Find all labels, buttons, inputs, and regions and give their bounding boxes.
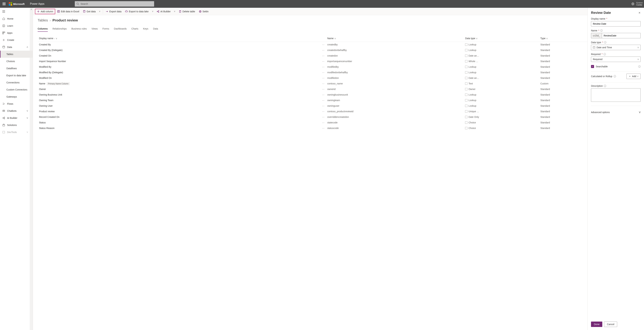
add-column-button[interactable]: Add column xyxy=(35,9,55,14)
display-name-input[interactable] xyxy=(591,21,640,26)
row-more-button[interactable]: ··· xyxy=(288,58,326,64)
description-input[interactable] xyxy=(591,88,640,102)
row-more-button[interactable]: ··· xyxy=(288,114,326,120)
row-more-button[interactable]: ··· xyxy=(288,64,326,70)
table-row[interactable]: Owning Team···owningteamLookupStandard› xyxy=(38,98,639,103)
row-more-button[interactable]: ··· xyxy=(288,75,326,81)
cancel-button[interactable]: Cancel xyxy=(604,322,617,327)
tab-dashboards[interactable]: Dashboards xyxy=(114,26,127,32)
row-more-button[interactable]: ··· xyxy=(288,70,326,75)
row-more-button[interactable]: ··· xyxy=(288,92,326,98)
table-row[interactable]: Modified On···modifiedonDate an…Standard… xyxy=(38,75,639,81)
nav-dataflows[interactable]: Dataflows xyxy=(0,65,33,72)
environment-picker[interactable]: Environ Conto xyxy=(636,2,643,6)
column-properties-pane: Review Date ✕ Display name* Name*i cr25d… xyxy=(588,8,644,330)
done-button[interactable]: Done xyxy=(591,322,602,327)
row-more-button[interactable]: ··· xyxy=(288,48,326,53)
nav-tables[interactable]: Tables xyxy=(0,51,33,58)
ai-builder-button[interactable]: AI Builder xyxy=(155,9,172,14)
name-input[interactable] xyxy=(602,33,640,38)
app-launcher-icon[interactable] xyxy=(1,1,7,6)
table-row[interactable]: Owning User···owninguserLookupStandard› xyxy=(38,103,639,109)
tab-forms[interactable]: Forms xyxy=(102,26,109,32)
breadcrumb-root[interactable]: Tables xyxy=(38,18,48,22)
tab-data[interactable]: Data xyxy=(153,26,158,32)
data-type-select[interactable]: Date and Time ᐯ xyxy=(591,45,640,50)
nav-solutions[interactable]: Solutions xyxy=(0,122,33,128)
tab-charts[interactable]: Charts xyxy=(131,26,138,32)
delete-table-button[interactable]: Delete table xyxy=(177,9,197,14)
export-data-button[interactable]: Export data xyxy=(104,9,123,14)
info-icon[interactable]: i xyxy=(600,29,603,32)
nav-custom-connectors[interactable]: Custom Connectors xyxy=(0,86,33,93)
search-input[interactable] xyxy=(80,2,152,5)
table-row[interactable]: Owner···owneridOwnerStandard› xyxy=(38,86,639,92)
export-lake-split[interactable]: ᐯ xyxy=(150,9,155,14)
chevron-down-icon: ᐯ xyxy=(476,38,478,40)
nav-chatbots[interactable]: Chatbotsᐯ xyxy=(0,107,33,114)
get-data-button[interactable]: Get data xyxy=(81,9,98,14)
row-more-button[interactable]: ··· xyxy=(288,126,326,131)
info-icon[interactable]: i xyxy=(604,85,606,87)
export-lake-button[interactable]: Export to data lake xyxy=(124,9,150,14)
row-more-button[interactable]: ··· xyxy=(288,53,326,58)
col-header-displayname[interactable]: Display name↑ᐯ xyxy=(38,35,288,42)
nav-devtools[interactable]: DevToolsᐯ xyxy=(0,128,33,136)
row-more-button[interactable]: ··· xyxy=(288,103,326,109)
table-row[interactable]: NamePrimary Name Column···contoso_nameTe… xyxy=(38,81,639,86)
table-row[interactable]: Import Sequence Number···importsequencen… xyxy=(38,58,639,64)
col-header-datatype[interactable]: Data typeᐯ xyxy=(464,35,539,42)
tab-views[interactable]: Views xyxy=(92,26,98,32)
table-row[interactable]: Created By···createdbyLookupStandard› xyxy=(38,42,639,48)
settings-button[interactable]: Settin xyxy=(197,9,210,14)
nav-export-lake[interactable]: Export to data lake xyxy=(0,72,33,79)
nav-choices[interactable]: Choices xyxy=(0,58,33,65)
get-data-split[interactable]: ᐯ xyxy=(98,9,102,14)
table-row[interactable]: Modified By···modifiedbyLookupStandard› xyxy=(38,64,639,70)
info-icon[interactable]: i xyxy=(604,53,606,55)
search-box[interactable] xyxy=(75,1,154,6)
table-row[interactable]: Owning Business Unit···owningbusinessuni… xyxy=(38,92,639,98)
nav-gateways[interactable]: Gateways xyxy=(0,93,33,100)
table-row[interactable]: Status···statecodeChoiceStandard› xyxy=(38,120,639,126)
nav-data[interactable]: Dataᐱ xyxy=(0,44,33,51)
table-row[interactable]: Status Reason···statuscodeChoiceStandard… xyxy=(38,126,639,131)
required-select[interactable]: Required ᐯ xyxy=(591,56,640,62)
table-row[interactable]: Record Created On···overriddencreatedonD… xyxy=(38,114,639,120)
table-row[interactable]: Product review···contoso_productreviewid… xyxy=(38,109,639,114)
cell-datatype: Lookup xyxy=(464,42,539,48)
row-more-button[interactable]: ··· xyxy=(288,86,326,92)
info-icon[interactable]: i xyxy=(614,75,616,78)
table-row[interactable]: Modified By (Delegate)···modifiedonbehal… xyxy=(38,70,639,75)
row-more-button[interactable]: ··· xyxy=(288,120,326,126)
close-button[interactable]: ✕ xyxy=(638,11,640,14)
row-more-button[interactable]: ··· xyxy=(288,81,326,86)
nav-learn[interactable]: Learn xyxy=(0,22,33,29)
tab-columns[interactable]: Columns xyxy=(38,26,48,32)
nav-home[interactable]: Home xyxy=(0,15,33,22)
tab-business-rules[interactable]: Business rules xyxy=(72,26,87,32)
nav-create[interactable]: Create xyxy=(0,36,33,44)
nav-apps[interactable]: Apps xyxy=(0,29,33,36)
tab-keys[interactable]: Keys xyxy=(143,26,148,32)
row-more-button[interactable]: ··· xyxy=(288,109,326,114)
row-more-button[interactable]: ··· xyxy=(288,42,326,48)
info-icon[interactable]: i xyxy=(638,65,640,68)
col-header-name[interactable]: Nameᐯ xyxy=(326,35,464,42)
tab-relationships[interactable]: Relationships xyxy=(52,26,67,32)
edit-excel-button[interactable]: Edit data in Excel xyxy=(56,9,81,14)
table-row[interactable]: Created On···createdonDate an…Standard› xyxy=(38,53,639,58)
add-calc-button[interactable]: ＋Addᐯ xyxy=(626,74,640,79)
nav-toggle[interactable] xyxy=(0,8,33,15)
advanced-options-toggle[interactable]: Advanced options ᐯ xyxy=(591,111,640,114)
table-row[interactable]: Created By (Delegate)···createdonbehalfb… xyxy=(38,48,639,53)
nav-connections[interactable]: Connections xyxy=(0,79,33,86)
nav-flows[interactable]: Flows xyxy=(0,100,33,107)
data-type-value: Date and Time xyxy=(596,46,612,49)
cmd-label: Export data xyxy=(110,10,122,13)
searchable-checkbox[interactable]: ✓ xyxy=(591,65,594,68)
info-icon[interactable]: i xyxy=(604,41,606,44)
row-more-button[interactable]: ··· xyxy=(288,98,326,103)
nav-ai-builder[interactable]: AI Builderᐯ xyxy=(0,114,33,122)
ai-builder-split[interactable]: ᐯ xyxy=(173,9,177,14)
